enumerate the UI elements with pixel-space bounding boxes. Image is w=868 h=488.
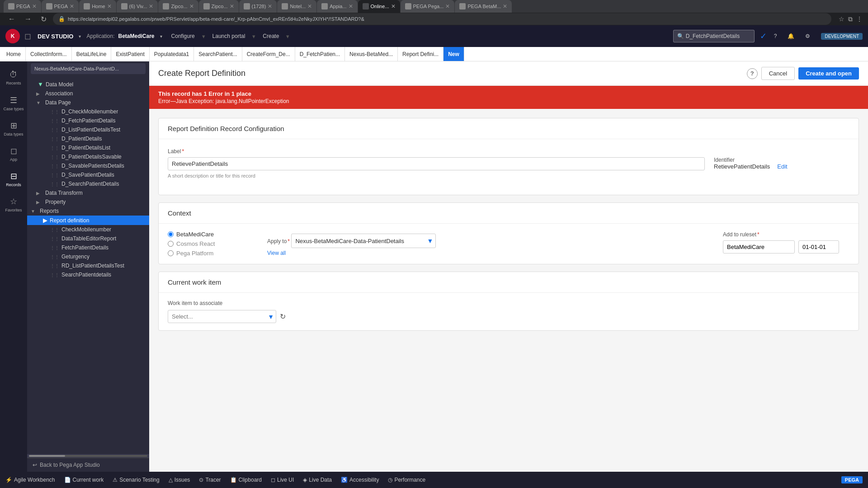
radio-betamedicare-label: BetaMediCare [176,231,214,238]
tree-leaf-item[interactable]: ⋮⋮ D_SavePatientDetails [27,170,149,179]
tree-leaf-item[interactable]: ⋮⋮ D_PatientDetails [27,134,149,143]
refresh-button[interactable]: ↻ [38,14,49,24]
sidebar-icon-recents[interactable]: ⏱Recents [2,66,25,89]
menu-icon[interactable]: ⋮ [856,15,863,23]
tree-leaf-item[interactable]: ⋮⋮ D_PatientDetailsSavable [27,152,149,161]
sidebar-icon-favorites[interactable]: ☆Favorites [2,192,25,216]
tree-leaf-item[interactable]: ⋮⋮ SearchPatientdetails [27,270,149,279]
tree-item-icon: ⋮⋮ [50,263,59,268]
browser-tab-t11[interactable]: PEGA Pega...✕ [401,0,455,13]
sub-tab-existpatient[interactable]: ExistPatient [111,47,149,61]
sub-tab-reportdefini...[interactable]: Report Defini... [398,47,443,61]
browser-tab-t1[interactable]: PEGA✕ [4,0,41,13]
extensions-icon[interactable]: ⧉ [848,15,853,23]
sidebar-icon-records[interactable]: ⊟Records [2,167,25,191]
app-name[interactable]: BetaMediCare [118,33,155,39]
radio-pega[interactable]: Pega Platform [168,250,258,257]
tree-leaf-item[interactable]: ⋮⋮ RD_ListPatientDetailsTest [27,261,149,270]
tree-section-item[interactable]: ▶ Association [27,89,149,98]
tree-leaf-item[interactable]: ⋮⋮ D_FetchPatientDetails [27,116,149,125]
tree-leaf-item[interactable]: ⋮⋮ D_PatientDetailsList [27,143,149,152]
sub-tab-searchpatient...[interactable]: SearchPatient... [194,47,242,61]
sub-tab-nexus-betamed...[interactable]: Nexus-BetaMed... [345,47,398,61]
form-help-icon[interactable]: ? [747,68,758,79]
status-item-scenario-testing[interactable]: ⚠Scenario Testing [113,477,160,483]
version-select[interactable]: 01-01-01 01-01-02 [798,240,839,253]
browser-tab-t6[interactable]: Zipco...✕ [199,0,239,13]
work-item-input[interactable] [168,310,266,323]
configure-btn[interactable]: Configure [168,31,198,41]
refresh-icon[interactable]: ↻ [280,312,286,321]
browser-tab-t7[interactable]: (1728)✕ [239,0,277,13]
browser-tab-t8[interactable]: Notel...✕ [277,0,316,13]
sidebar-icon-data-types[interactable]: ⊞Data types [2,117,25,140]
tree-leaf-item[interactable]: ⋮⋮ CheckMobilenumber [27,225,149,234]
browser-tab-t12[interactable]: PEGA BetaM...✕ [455,0,512,13]
browser-tab-t5[interactable]: Zipco...✕ [158,0,198,13]
bookmark-icon[interactable]: ☆ [839,15,844,23]
status-item-agile-workbench[interactable]: ⚡Agile Workbench [5,477,55,483]
sub-tab-home[interactable]: Home [2,47,26,61]
scrollbar-thumb[interactable] [29,455,65,457]
tree-section-item[interactable]: ▼ Reports [27,206,149,216]
status-item-accessibility[interactable]: ♿Accessibility [341,477,379,483]
radio-cosmos[interactable]: Cosmos React [168,240,258,247]
search-confirm-icon[interactable]: ✓ [760,31,767,41]
radio-cosmos-input[interactable] [168,241,174,247]
help-btn[interactable]: ? [770,31,781,41]
back-button[interactable]: ← [5,14,18,24]
sub-tab-new[interactable]: New [443,47,464,61]
tree-section-item[interactable]: ▶ Property [27,197,149,206]
create-open-button[interactable]: Create and open [798,67,859,80]
address-bar[interactable]: 🔒 https://eclatprimedpl02.pegalabs.com/p… [53,13,831,25]
tree-leaf-item[interactable]: ⋮⋮ D_SearchPatientDetails [27,179,149,188]
tree-leaf-item[interactable]: ⋮⋮ Geturgency [27,252,149,261]
browser-tab-t4[interactable]: (6) Viv...✕ [117,0,158,13]
label-input[interactable] [168,157,705,170]
sub-tab-d_fetchpatien...[interactable]: D_FetchPatien... [295,47,345,61]
settings-btn[interactable]: ⚙ [802,31,814,41]
tree-leaf-item[interactable]: ⋮⋮ D_ListPatientDetailsTest [27,125,149,134]
forward-button[interactable]: → [22,14,34,24]
tree-section-item[interactable]: ▶ Data Transform [27,188,149,197]
radio-betamedicare-input[interactable] [168,231,174,237]
sidebar-icon-case-types[interactable]: ☰Case types [2,91,25,115]
status-item-performance[interactable]: ◷Performance [388,477,425,483]
notifications-btn[interactable]: 🔔 [784,31,798,41]
tree-section-item[interactable]: ▼ Data Page [27,98,149,107]
sub-tab-collectinform...[interactable]: CollectInform... [26,47,72,61]
view-all-link[interactable]: View all [267,250,714,256]
identifier-edit-link[interactable]: Edit [777,163,787,170]
back-to-app-studio[interactable]: ↩ Back to Pega App Studio [27,458,149,472]
status-item-live-ui[interactable]: ◻Live UI [271,477,294,483]
tree-leaf-item[interactable]: ⋮⋮ FetchPatientDetails [27,243,149,252]
work-item-select[interactable]: ▼ [168,310,276,323]
status-item-issues[interactable]: △Issues [169,477,190,483]
status-item-tracer[interactable]: ⊙Tracer [199,477,221,483]
browser-tab-t9[interactable]: Appia...✕ [317,0,357,13]
tree-section-item[interactable]: ▼ Data Model [27,80,149,89]
status-item-current-work[interactable]: 📄Current work [64,477,104,483]
radio-betamedicare[interactable]: BetaMediCare [168,231,258,238]
browser-tab-t3[interactable]: Home✕ [79,0,116,13]
sidebar-scrollbar[interactable] [27,454,149,458]
sidebar-icon-app[interactable]: ◻App [2,142,25,165]
top-search-box[interactable]: 🔍 D_FetchPatientDetails [673,30,755,42]
browser-tab-t2[interactable]: PEGA✕ [42,0,79,13]
cancel-button[interactable]: Cancel [761,67,795,80]
apply-to-dropdown[interactable]: Nexus-BetaMediCare-Data-PatientDetails [291,234,436,248]
launch-portal-btn[interactable]: Launch portal [209,31,249,41]
tree-leaf-item[interactable]: ⋮⋮ D_SavablePatientsDetails [27,161,149,170]
status-item-clipboard[interactable]: 📋Clipboard [230,477,262,483]
tree-section-item[interactable]: ▶ Report definition [27,216,149,225]
radio-pega-input[interactable] [168,250,174,256]
browser-tab-t10[interactable]: Online...✕ [358,0,400,13]
sub-tab-createform_de...[interactable]: CreateForm_De... [242,47,295,61]
sub-tab-populatedata1[interactable]: Populatedata1 [150,47,194,61]
tree-leaf-item[interactable]: ⋮⋮ DataTableEditorReport [27,234,149,243]
sub-tab-betalifeline[interactable]: BetaLifeLine [72,47,112,61]
create-btn[interactable]: Create [259,31,283,41]
ruleset-select[interactable]: BetaMediCare Nexus-BetaMediCare [723,240,795,253]
tree-leaf-item[interactable]: ⋮⋮ D_CheckMobilenumber [27,107,149,116]
status-item-live-data[interactable]: ◈Live Data [303,477,332,483]
